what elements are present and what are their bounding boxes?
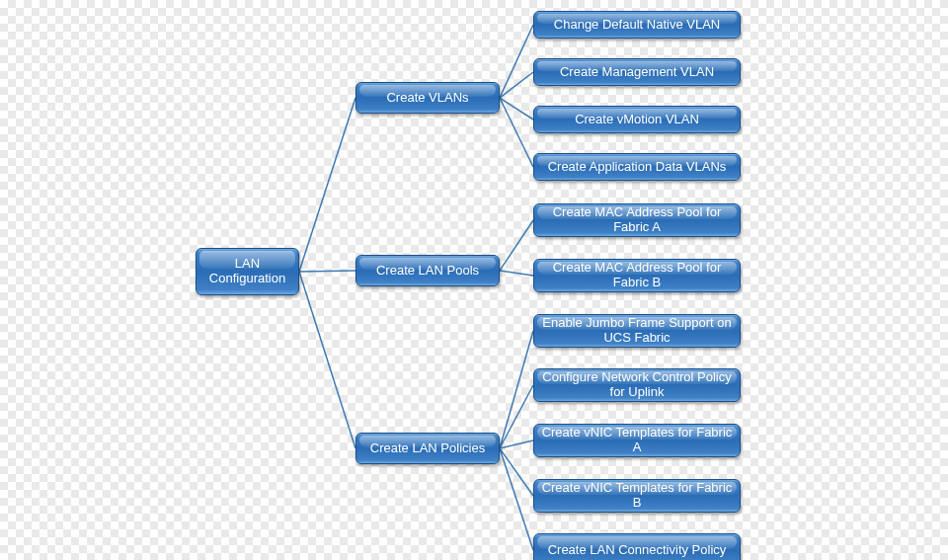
node-create-vlans: Create VLANs [356,82,500,114]
node-label: Enable Jumbo Frame Support on UCS Fabric [540,316,734,346]
node-create-management-vlan: Create Management VLAN [533,58,741,86]
node-create-vmotion-vlan: Create vMotion VLAN [533,106,741,133]
node-create-lan-connectivity-policy: Create LAN Connectivity Policy [533,533,741,560]
node-create-vnic-templates-fabric-b: Create vNIC Templates for Fabric B [533,479,741,513]
node-label: Create MAC Address Pool for Fabric B [540,261,734,290]
node-label: Create vNIC Templates for Fabric B [540,481,734,511]
node-label: Create Management VLAN [560,65,714,80]
node-configure-network-control-policy: Configure Network Control Policy for Upl… [533,368,741,402]
node-label: Change Default Native VLAN [554,18,720,33]
node-label: Create vNIC Templates for Fabric A [540,426,734,455]
node-create-mac-pool-fabric-b: Create MAC Address Pool for Fabric B [533,259,741,292]
node-label: Create MAC Address Pool for Fabric A [540,205,734,235]
node-create-application-data-vlans: Create Application Data VLANs [533,153,741,181]
node-enable-jumbo-frame: Enable Jumbo Frame Support on UCS Fabric [533,314,741,348]
node-label: Create VLANs [386,91,468,106]
node-label: Create LAN Connectivity Policy [548,543,727,558]
node-label: Create Application Data VLANs [548,160,727,175]
node-label: Create LAN Policies [370,441,485,456]
node-create-mac-pool-fabric-a: Create MAC Address Pool for Fabric A [533,203,741,237]
node-change-default-native-vlan: Change Default Native VLAN [533,11,741,39]
node-create-vnic-templates-fabric-a: Create vNIC Templates for Fabric A [533,424,741,457]
node-label: Create vMotion VLAN [575,113,699,127]
node-label: Create LAN Pools [376,264,479,279]
node-label: Configure Network Control Policy for Upl… [540,370,734,400]
node-create-lan-policies: Create LAN Policies [356,433,500,464]
node-lan-configuration: LAN Configuration [196,248,299,295]
node-create-lan-pools: Create LAN Pools [356,255,500,286]
node-label: LAN Configuration [202,257,292,286]
